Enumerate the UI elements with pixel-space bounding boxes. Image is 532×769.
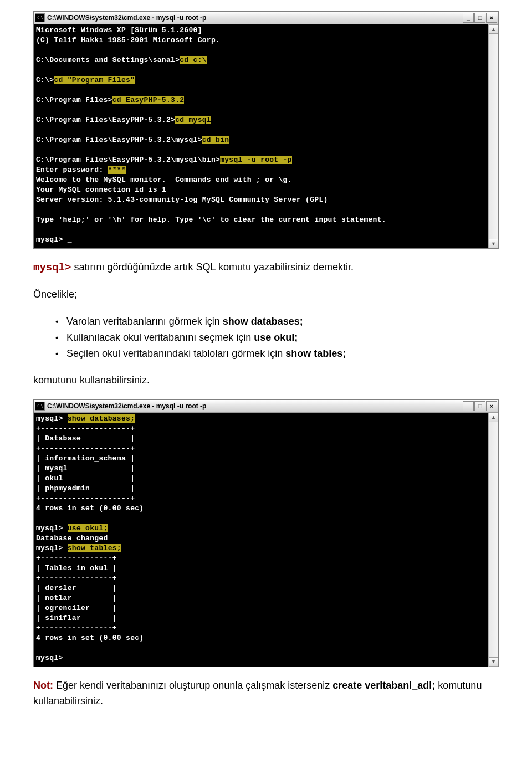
bullet-list: Varolan veritabanlarını görmek için show… <box>33 314 499 361</box>
paragraph-note: Not: Eğer kendi veritabanınızı oluşturup… <box>33 678 499 709</box>
cmd-window-2: C:\ C:\WINDOWS\system32\cmd.exe - mysql … <box>33 399 499 667</box>
maximize-button[interactable]: □ <box>474 13 485 23</box>
scrollbar[interactable]: ▲ ▼ <box>488 24 498 248</box>
paragraph-intro: mysql> satırını gördüğünüzde artık SQL k… <box>33 260 499 276</box>
list-item: Varolan veritabanlarını görmek için show… <box>33 314 499 330</box>
scroll-down-icon[interactable]: ▼ <box>489 657 498 667</box>
scrollbar-track[interactable] <box>489 34 498 239</box>
window-title: C:\WINDOWS\system32\cmd.exe - mysql -u r… <box>47 402 463 410</box>
paragraph-komutunu: komutunu kullanabilirsiniz. <box>33 373 499 388</box>
cmd-icon: C:\ <box>35 402 45 411</box>
terminal-output: Microsoft Windows XP [Sürüm 5.1.2600] (C… <box>34 24 488 248</box>
mysql-prompt-label: mysql> <box>33 262 71 274</box>
cmd-window-1: C:\ C:\WINDOWS\system32\cmd.exe - mysql … <box>33 11 499 249</box>
close-button[interactable]: × <box>486 13 497 23</box>
window-title: C:\WINDOWS\system32\cmd.exe - mysql -u r… <box>47 14 463 22</box>
scroll-up-icon[interactable]: ▲ <box>489 24 498 34</box>
scrollbar[interactable]: ▲ ▼ <box>488 413 498 667</box>
maximize-button[interactable]: □ <box>474 401 485 411</box>
scroll-down-icon[interactable]: ▼ <box>489 239 498 248</box>
scrollbar-track[interactable] <box>489 422 498 657</box>
list-item: Kullanılacak okul veritabanını seçmek iç… <box>33 330 499 346</box>
document-page: C:\ C:\WINDOWS\system32\cmd.exe - mysql … <box>0 11 532 742</box>
list-item: Seçilen okul veritabanındaki tabloları g… <box>33 346 499 362</box>
note-label: Not: <box>33 680 53 691</box>
minimize-button[interactable]: _ <box>463 13 474 23</box>
minimize-button[interactable]: _ <box>463 401 474 411</box>
scroll-up-icon[interactable]: ▲ <box>489 413 498 422</box>
close-button[interactable]: × <box>486 401 497 411</box>
cmd-icon: C:\ <box>35 13 45 22</box>
titlebar[interactable]: C:\ C:\WINDOWS\system32\cmd.exe - mysql … <box>34 400 498 413</box>
terminal-output: mysql> show databases; +----------------… <box>34 413 488 667</box>
titlebar[interactable]: C:\ C:\WINDOWS\system32\cmd.exe - mysql … <box>34 12 498 24</box>
paragraph-oncelikle: Öncelikle; <box>33 287 499 303</box>
